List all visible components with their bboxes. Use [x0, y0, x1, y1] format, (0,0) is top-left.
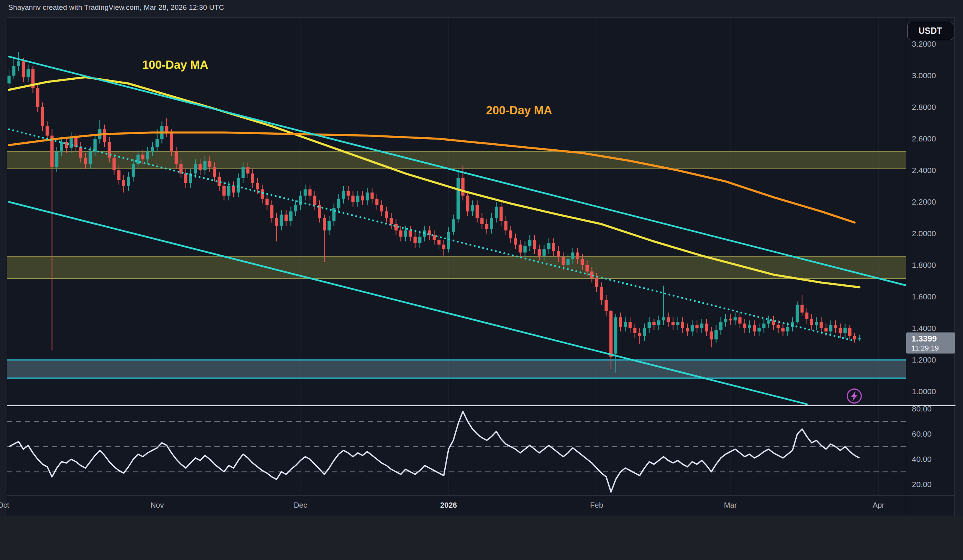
- price-tick-label: 2.0000: [912, 229, 936, 238]
- price-tick-label: 1.6000: [912, 292, 936, 301]
- time-axis-label: Dec: [294, 501, 307, 510]
- time-axis-label: Mar: [724, 501, 736, 510]
- price-pane[interactable]: [7, 17, 906, 405]
- time-axis-label: Feb: [590, 501, 603, 510]
- bar-countdown: 11:29:19: [911, 344, 939, 353]
- time-axis-label: Apr: [873, 501, 884, 510]
- moving-average-lines: [9, 77, 859, 287]
- rsi-line: [9, 411, 859, 492]
- time-axis-label: Oct: [0, 501, 9, 510]
- rsi-tick-label: 40.00: [912, 455, 932, 464]
- support-resistance-zones: [7, 152, 906, 378]
- rsi-tick-label: 20.00: [912, 480, 932, 489]
- price-tick-label: 1.8000: [912, 261, 936, 270]
- time-axis-label: 2026: [440, 501, 457, 510]
- instant-order-button[interactable]: [846, 388, 862, 404]
- price-tick-label: 1.2000: [912, 355, 936, 364]
- footer-bar: TradingView: [0, 516, 963, 560]
- symbol-badge[interactable]: USDT: [907, 22, 953, 40]
- chart-credit-text: Shayannv created with TradingView.com, M…: [8, 3, 224, 12]
- price-tick-label: 2.4000: [912, 166, 936, 175]
- descending-channel-trendlines: [9, 57, 906, 404]
- candlestick-series: [8, 52, 861, 373]
- current-price-value: 1.3399: [911, 334, 937, 344]
- current-price-badge: 1.3399 11:29:19: [906, 332, 955, 353]
- lightning-icon: [846, 388, 862, 404]
- zone-support-1.085-1.20: [7, 360, 906, 378]
- rsi-pane[interactable]: [7, 406, 906, 495]
- pane-separator[interactable]: [7, 405, 955, 406]
- price-tick-label: 3.2000: [912, 39, 936, 49]
- rsi-tick-label: 60.00: [912, 429, 932, 439]
- time-axis-label: Nov: [151, 501, 164, 510]
- price-tick-label: 2.8000: [912, 103, 936, 112]
- price-tick-label: 1.4000: [912, 324, 936, 333]
- price-tick-label: 3.0000: [912, 71, 936, 80]
- ma200-annotation: 200-Day MA: [486, 104, 552, 117]
- month-gridlines: [157, 17, 879, 405]
- zone-mid-zone-1.715-1.855: [7, 256, 906, 279]
- price-tick-label: 2.6000: [912, 134, 936, 143]
- price-tick-label: 2.2000: [912, 197, 936, 207]
- tradingview-screenshot: Shayannv created with TradingView.com, M…: [0, 0, 963, 560]
- price-tick-label: 1.0000: [912, 387, 936, 396]
- ma100-annotation: 100-Day MA: [142, 58, 208, 72]
- zone-resistance-2.41-2.52: [7, 152, 906, 169]
